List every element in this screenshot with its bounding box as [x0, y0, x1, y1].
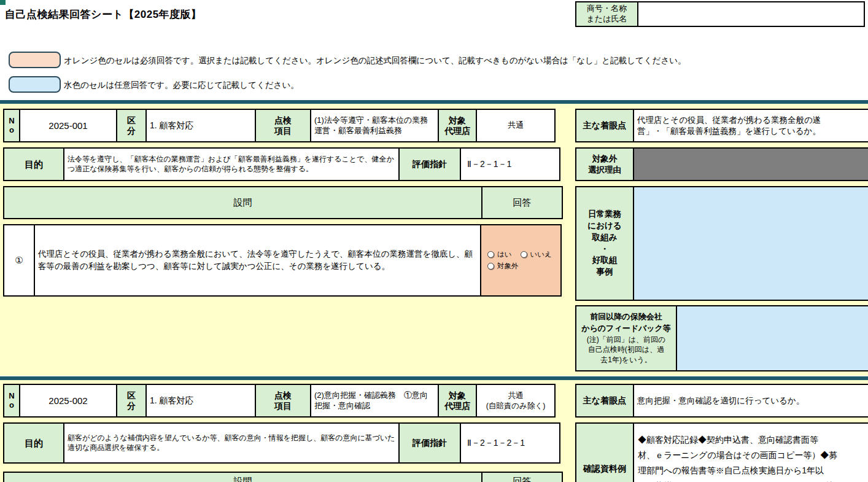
exclusion-reason-row: 対象外 選択理由 — [575, 147, 868, 181]
question-header: 設問 — [3, 186, 482, 219]
inspection-item-label: 点検 項目 — [255, 109, 311, 142]
legend-required-text: オレンジ色のセルは必須回答です。選択または記載してください。オレンジ色の記述式回… — [64, 55, 686, 66]
daily-efforts-label: 日常業務 における 取組み ・ 好取組 事例 — [575, 186, 634, 301]
question-header-row-2: 設問 回答 — [3, 472, 563, 482]
legend-required-swatch — [9, 52, 61, 68]
radio-option-label: いいえ — [530, 250, 552, 259]
company-name-input[interactable] — [637, 1, 865, 27]
inspection-item-value: (2)意向把握・確認義務 ①意向把握・意向確認 — [310, 384, 439, 418]
evaluation-index-value: Ⅱ－2－1－2－1 — [460, 422, 560, 464]
company-name-block: 商号・名称 または氏名 — [575, 1, 865, 27]
inspection-item-value: (1)法令等遵守・顧客本位の業務運営・顧客最善利益義務 — [310, 109, 439, 142]
purpose-row-1: 目的 法令等を遵守し、「顧客本位の業務運営」および「顧客最善利益義務」を遂行する… — [3, 147, 560, 181]
purpose-text: 顧客がどのような補償内容を望んでいるか等、顧客の意向・情報を把握し、顧客の意向に… — [63, 422, 400, 464]
legend-optional-text: 水色のセルは任意回答です。必要に応じて記載してください。 — [64, 80, 299, 91]
radio-option-label: はい — [497, 250, 512, 259]
radio-icon — [487, 251, 494, 258]
question-text: 代理店とその役員、従業者が携わる業務全般において、法令等を遵守したうえで、顧客本… — [34, 224, 481, 297]
page-title: 自己点検結果回答シート【2025年度版】 — [5, 7, 202, 21]
main-viewpoint-label: 主な着眼点 — [575, 384, 634, 418]
feedback-label-main: 前回以降の保険会社 からのフィードバック等 — [581, 311, 671, 335]
target-agency-value: 共通 (自賠責のみ除く) — [476, 384, 556, 418]
category-value: 1. 顧客対応 — [145, 384, 256, 418]
company-name-label: 商号・名称 または氏名 — [575, 1, 638, 27]
evaluation-index-label: 評価指針 — [398, 422, 461, 464]
inspection-item-label: 点検 項目 — [255, 384, 311, 418]
purpose-label: 目的 — [3, 422, 64, 464]
section-separator-1 — [0, 100, 868, 104]
purpose-row-2: 目的 顧客がどのような補償内容を望んでいるか等、顧客の意向・情報を把握し、顧客の… — [3, 422, 560, 464]
no-label: N o — [3, 109, 20, 142]
category-value: 1. 顧客対応 — [145, 109, 256, 142]
daily-efforts-row: 日常業務 における 取組み ・ 好取組 事例 — [575, 186, 868, 301]
evaluation-index-label: 評価指針 — [398, 147, 461, 181]
category-label: 区 分 — [116, 109, 147, 142]
radio-option-na[interactable]: 対象外 — [487, 262, 519, 271]
radio-icon — [487, 263, 494, 270]
record-header-row-1: N o 2025-001 区 分 1. 顧客対応 点検 項目 (1)法令等遵守・… — [3, 109, 556, 142]
confirmation-docs-row: 確認資料例 ◆顧客対応記録◆契約申込書、意向確認書面等 材、ｅラーニングの場合は… — [575, 422, 868, 482]
main-viewpoint-text: 代理店とその役員、従業者が携わる業務全般の遂 営」・「顧客最善利益義務」を遂行し… — [633, 109, 868, 142]
target-agency-label: 対象 代理店 — [438, 384, 477, 418]
record-header-row-2: N o 2025-002 区 分 1. 顧客対応 点検 項目 (2)意向把握・確… — [3, 384, 556, 418]
feedback-label-note: (注)「前回」は、前回の 自己点検時(初回は、過 去1年)をいう。 — [587, 335, 666, 365]
no-label: N o — [3, 384, 20, 418]
main-viewpoint-row-2: 主な着眼点 意向把握・意向確認を適切に行っているか。 — [575, 384, 868, 418]
radio-option-no[interactable]: いいえ — [521, 250, 552, 259]
question-header: 設問 — [3, 472, 482, 482]
purpose-text: 法令等を遵守し、「顧客本位の業務運営」および「顧客最善利益義務」を遂行することで… — [63, 147, 400, 181]
radio-option-label: 対象外 — [497, 262, 519, 271]
question-header-row-1: 設問 回答 — [3, 186, 563, 219]
answer-header: 回答 — [481, 472, 563, 482]
no-value: 2025-002 — [19, 384, 117, 418]
target-agency-value: 共通 — [476, 109, 556, 142]
feedback-input[interactable] — [676, 305, 868, 371]
confirmation-docs-label: 確認資料例 — [575, 422, 634, 482]
question-row-1: ① 代理店とその役員、従業者が携わる業務全般において、法令等を遵守したうえで、顧… — [3, 224, 562, 297]
category-label: 区 分 — [116, 384, 147, 418]
answer-cell[interactable]: はい いいえ 対象外 — [480, 224, 562, 297]
main-viewpoint-row-1: 主な着眼点 代理店とその役員、従業者が携わる業務全般の遂 営」・「顧客最善利益義… — [575, 109, 868, 142]
feedback-row: 前回以降の保険会社 からのフィードバック等 (注)「前回」は、前回の 自己点検時… — [575, 305, 868, 371]
question-number: ① — [3, 224, 35, 297]
radio-option-yes[interactable]: はい — [487, 250, 512, 259]
exclusion-reason-input[interactable] — [633, 147, 868, 181]
main-viewpoint-label: 主な着眼点 — [575, 109, 634, 142]
evaluation-index-value: Ⅱ－2－1－1 — [460, 147, 560, 181]
sheet-corner-marker — [0, 0, 6, 5]
daily-efforts-input[interactable] — [633, 186, 868, 301]
answer-header: 回答 — [481, 186, 563, 219]
no-value: 2025-001 — [19, 109, 117, 142]
radio-icon — [521, 251, 527, 258]
feedback-label: 前回以降の保険会社 からのフィードバック等 (注)「前回」は、前回の 自己点検時… — [575, 305, 677, 371]
main-viewpoint-text: 意向把握・意向確認を適切に行っているか。 — [633, 384, 868, 418]
target-agency-label: 対象 代理店 — [438, 109, 477, 142]
purpose-label: 目的 — [3, 147, 64, 181]
section-separator-2 — [0, 376, 868, 380]
exclusion-reason-label: 対象外 選択理由 — [575, 147, 634, 181]
confirmation-docs-text: ◆顧客対応記録◆契約申込書、意向確認書面等 材、ｅラーニングの場合はその画面コピ… — [633, 422, 868, 482]
legend-optional-swatch — [9, 76, 61, 93]
